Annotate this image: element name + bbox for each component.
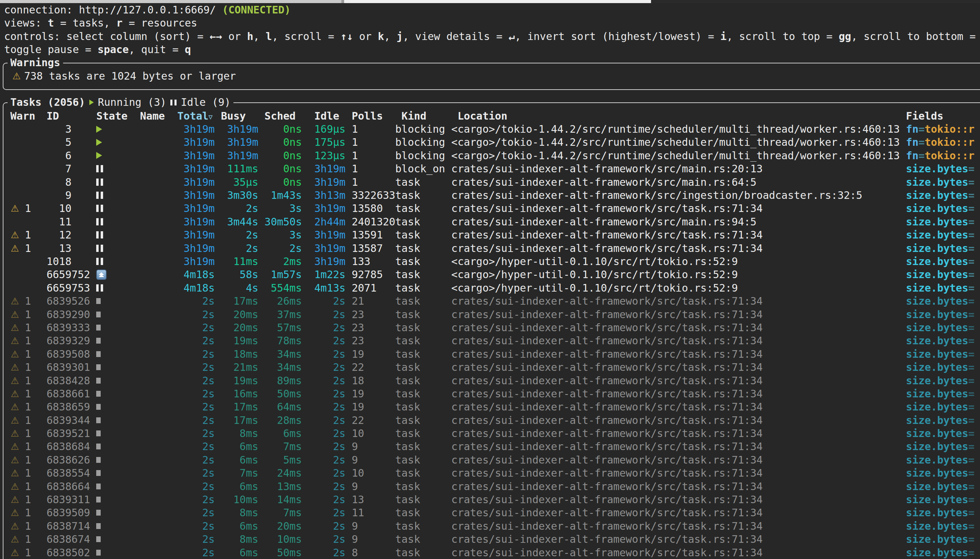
field-equals: =: [968, 388, 975, 400]
field-key: size.bytes: [906, 295, 968, 307]
cell-fields: size.bytes=: [906, 348, 980, 360]
column-header-total-sorted[interactable]: Total▿: [177, 110, 215, 122]
cell-fields: size.bytes=: [906, 401, 980, 413]
cell-state: [96, 338, 140, 344]
task-row[interactable]: ⚠168386612s16ms50ms2s19taskcrates/sui-in…: [4, 387, 980, 400]
task-row[interactable]: ⚠1 103h19m2s3s3h19m13580taskcrates/sui-i…: [4, 202, 980, 215]
views-line: views: t = tasks, r = resources: [4, 17, 980, 30]
cell-task-id: 11: [46, 216, 96, 228]
warning-triangle-icon: ⚠: [8, 375, 22, 386]
cell-sched-duration: 37ms: [265, 308, 302, 321]
cell-location: crates/sui-indexer-alt-framework/src/mai…: [451, 163, 900, 175]
cell-fields: fn=tokio::r: [906, 150, 980, 162]
task-row[interactable]: ⚠168384282s19ms89ms2s18taskcrates/sui-in…: [4, 374, 980, 387]
cell-fields: size.bytes=: [906, 216, 980, 228]
cell-busy-duration: 3h19m: [221, 136, 258, 148]
task-row[interactable]: 66597534m18s4s554ms4m13s2071task<cargo>/…: [4, 281, 980, 294]
cell-location: crates/sui-indexer-alt-framework/src/tas…: [451, 493, 900, 506]
task-row[interactable]: 93h19m3m30s1m43s3h13m3322633taskcrates/s…: [4, 189, 980, 202]
column-header-kind[interactable]: Kind: [395, 110, 451, 122]
task-row[interactable]: ⚠168395262s17ms26ms2s21taskcrates/sui-in…: [4, 294, 980, 308]
task-row[interactable]: 10183h19m11ms2ms3h19m133task<cargo>/hype…: [4, 255, 980, 268]
field-equals: =: [968, 480, 975, 493]
cell-polls: 133: [352, 255, 395, 268]
task-row[interactable]: ⚠1 123h19m2s3s3h19m13591taskcrates/sui-i…: [4, 228, 980, 241]
warn-count: 1: [25, 348, 31, 360]
cell-state: [96, 218, 140, 225]
task-row[interactable]: ⚠168393442s17ms28ms2s22taskcrates/sui-in…: [4, 413, 980, 427]
task-row[interactable]: ⚠168395092s8ms7ms2s11taskcrates/sui-inde…: [4, 506, 980, 519]
task-row[interactable]: 83h19m35µs0ns3h19m1taskcrates/sui-indexe…: [4, 175, 980, 189]
cell-idle-duration: 2s: [308, 520, 345, 532]
task-row[interactable]: ⚠168395082s18ms34ms2s19taskcrates/sui-in…: [4, 347, 980, 361]
task-row[interactable]: 33h19m3h19m0ns169µs1blocking<cargo>/toki…: [4, 122, 980, 136]
cell-kind: task: [395, 480, 451, 493]
cell-sched-duration: 50ms: [265, 547, 302, 559]
task-row[interactable]: ⚠168393012s21ms34ms2s22taskcrates/sui-in…: [4, 361, 980, 374]
task-row[interactable]: 63h19m3h19m0ns123µs1blocking<cargo>/toki…: [4, 149, 980, 162]
task-row[interactable]: ⚠168386842s6ms7ms2s9taskcrates/sui-index…: [4, 440, 980, 453]
cell-task-id: 6838661: [46, 388, 96, 400]
cell-polls: 2071: [352, 282, 395, 294]
task-row[interactable]: ⚠168385542s7ms24ms2s10taskcrates/sui-ind…: [4, 466, 980, 480]
task-row[interactable]: 113h19m3m44s30m50s2h44m2401320taskcrates…: [4, 215, 980, 228]
field-key: size.bytes: [906, 216, 968, 228]
cell-sched-duration: 2s: [265, 242, 302, 254]
cell-busy-duration: 3m30s: [221, 189, 258, 201]
column-header-idle[interactable]: Idle: [308, 110, 345, 122]
cell-kind: blocking: [395, 136, 451, 148]
column-header-polls[interactable]: Polls: [352, 110, 395, 122]
state-completed-stop-icon: [96, 325, 101, 331]
task-row[interactable]: ⚠168395212s8ms6ms2s10taskcrates/sui-inde…: [4, 427, 980, 440]
column-header-warn[interactable]: Warn: [4, 110, 46, 122]
cell-polls: 10: [352, 467, 395, 479]
field-equals: =: [918, 136, 924, 148]
column-header-sched[interactable]: Sched: [265, 110, 302, 122]
cell-task-id: 6839333: [46, 322, 96, 334]
task-row[interactable]: ⚠168392902s20ms37ms2s23taskcrates/sui-in…: [4, 308, 980, 321]
task-row[interactable]: ⚠168386642s6ms13ms2s9taskcrates/sui-inde…: [4, 480, 980, 493]
cell-fields: size.bytes=: [906, 255, 980, 268]
task-row[interactable]: ⚠168387142s6ms20ms2s9taskcrates/sui-inde…: [4, 519, 980, 533]
task-row[interactable]: 66597524m18s58s1m57s1m22s92785task<cargo…: [4, 268, 980, 281]
task-row[interactable]: ⚠168386592s17ms64ms2s19taskcrates/sui-in…: [4, 400, 980, 413]
cell-idle-duration: 2s: [308, 507, 345, 519]
task-row[interactable]: 73h19m111ms0ns3h19m1block_oncrates/sui-i…: [4, 162, 980, 175]
status-text-segment: controls: select column (sort) =: [4, 30, 210, 42]
column-header-name[interactable]: Name: [140, 110, 177, 122]
task-row[interactable]: ⚠168386262s6ms5ms2s9taskcrates/sui-index…: [4, 453, 980, 466]
cell-polls: 9: [352, 480, 395, 493]
cell-state: [96, 231, 140, 238]
task-row[interactable]: 53h19m3h19m0ns175µs1blocking<cargo>/toki…: [4, 136, 980, 149]
cell-kind: block_on: [395, 163, 451, 175]
column-header-id[interactable]: ID: [46, 110, 96, 122]
task-row[interactable]: ⚠168385022s6ms50ms2s8taskcrates/sui-inde…: [4, 546, 980, 559]
task-row[interactable]: ⚠168386742s8ms10ms2s9taskcrates/sui-inde…: [4, 533, 980, 546]
cell-total-duration: 2s: [177, 322, 215, 334]
column-header-fields[interactable]: Fields: [906, 110, 980, 122]
cell-location: crates/sui-indexer-alt-framework/src/tas…: [451, 242, 900, 254]
cell-idle-duration: 175µs: [308, 136, 345, 148]
cell-kind: task: [395, 401, 451, 413]
task-row[interactable]: ⚠168393332s20ms57ms2s23taskcrates/sui-in…: [4, 321, 980, 334]
field-key: size.bytes: [906, 547, 968, 559]
column-header-busy[interactable]: Busy: [221, 110, 258, 122]
task-row[interactable]: ⚠1 133h19m2s2s3h19m13587taskcrates/sui-i…: [4, 241, 980, 255]
cell-polls: 2401320: [352, 216, 395, 228]
task-row[interactable]: ⚠168393112s10ms14ms2s13taskcrates/sui-in…: [4, 493, 980, 506]
cell-task-id: 12: [46, 229, 96, 241]
column-header-state[interactable]: State: [96, 110, 140, 122]
cell-total-duration: 4m18s: [177, 268, 215, 281]
cell-idle-duration: 2s: [308, 427, 345, 440]
cell-warn: ⚠1: [4, 242, 46, 254]
warning-triangle-icon: ⚠: [8, 243, 22, 254]
task-row[interactable]: ⚠168393292s19ms78ms2s23taskcrates/sui-in…: [4, 334, 980, 347]
cell-task-id: 6838674: [46, 533, 96, 545]
cell-idle-duration: 2s: [308, 480, 345, 493]
tasks-table: WarnIDStateNameTotal▿BusySched IdlePolls…: [4, 109, 980, 559]
warn-count: 1: [25, 202, 31, 214]
cell-sched-duration: 6ms: [265, 427, 302, 440]
field-key: size.bytes: [906, 242, 968, 254]
cell-idle-duration: 3h13m: [308, 189, 345, 201]
column-header-location[interactable]: Location: [451, 110, 900, 122]
